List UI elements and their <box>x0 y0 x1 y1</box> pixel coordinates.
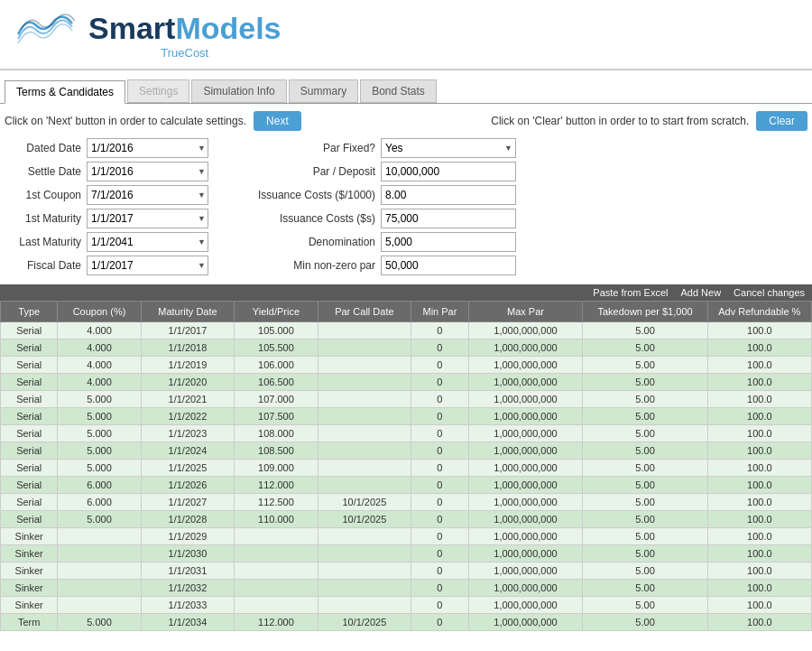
cell-adv-ref[interactable]: 100.0 <box>707 442 811 460</box>
cell-min-par[interactable]: 0 <box>411 580 468 597</box>
cell-maturity[interactable]: 1/1/2026 <box>141 477 235 494</box>
cell-adv-ref[interactable]: 100.0 <box>707 408 811 425</box>
first-maturity-input[interactable] <box>87 209 208 228</box>
cell-adv-ref[interactable]: 100.0 <box>707 528 811 545</box>
tab-summary[interactable]: Summary <box>289 79 358 103</box>
cell-min-par[interactable]: 0 <box>411 545 468 563</box>
cell-adv-ref[interactable]: 100.0 <box>707 477 811 494</box>
cell-maturity[interactable]: 1/1/2029 <box>141 528 235 545</box>
cell-adv-ref[interactable]: 100.0 <box>707 374 811 391</box>
add-new-button[interactable]: Add New <box>680 287 721 298</box>
cell-type[interactable]: Sinker <box>1 563 58 580</box>
cell-min-par[interactable]: 0 <box>411 614 468 631</box>
cell-par-call[interactable]: 10/1/2025 <box>318 494 411 511</box>
cell-par-call[interactable] <box>318 442 411 460</box>
cell-yield[interactable]: 108.000 <box>235 425 318 442</box>
cell-min-par[interactable]: 0 <box>411 528 468 545</box>
cell-coupon[interactable]: 5.000 <box>58 442 141 460</box>
clear-button[interactable]: Clear <box>756 111 807 131</box>
paste-from-excel-button[interactable]: Paste from Excel <box>593 287 668 298</box>
next-button[interactable]: Next <box>254 111 301 131</box>
cell-yield[interactable]: 108.500 <box>235 442 318 460</box>
cell-yield[interactable] <box>235 580 318 597</box>
cell-type[interactable]: Sinker <box>1 545 58 563</box>
cell-coupon[interactable]: 5.000 <box>58 460 141 477</box>
cell-adv-ref[interactable]: 100.0 <box>707 545 811 563</box>
cell-maturity[interactable]: 1/1/2027 <box>141 494 235 511</box>
cell-adv-ref[interactable]: 100.0 <box>707 511 811 528</box>
cell-max-par[interactable]: 1,000,000,000 <box>468 614 583 631</box>
cell-max-par[interactable]: 1,000,000,000 <box>468 425 583 442</box>
cell-type[interactable]: Sinker <box>1 580 58 597</box>
cell-takedown[interactable]: 5.00 <box>583 511 707 528</box>
cell-par-call[interactable] <box>318 545 411 563</box>
cell-maturity[interactable]: 1/1/2025 <box>141 460 235 477</box>
cell-yield[interactable]: 106.000 <box>235 357 318 374</box>
cell-max-par[interactable]: 1,000,000,000 <box>468 545 583 563</box>
cell-maturity[interactable]: 1/1/2034 <box>141 614 235 631</box>
cell-max-par[interactable]: 1,000,000,000 <box>468 460 583 477</box>
cell-yield[interactable] <box>235 597 318 614</box>
cell-type[interactable]: Serial <box>1 339 58 357</box>
cell-min-par[interactable]: 0 <box>411 322 468 339</box>
cell-takedown[interactable]: 5.00 <box>583 477 707 494</box>
cell-yield[interactable] <box>235 545 318 563</box>
cell-par-call[interactable]: 10/1/2025 <box>318 511 411 528</box>
cell-maturity[interactable]: 1/1/2033 <box>141 597 235 614</box>
par-deposit-input[interactable] <box>381 162 516 181</box>
cell-yield[interactable]: 106.500 <box>235 374 318 391</box>
cell-yield[interactable]: 107.000 <box>235 391 318 408</box>
cell-coupon[interactable]: 4.000 <box>58 322 141 339</box>
cell-min-par[interactable]: 0 <box>411 494 468 511</box>
cell-type[interactable]: Serial <box>1 374 58 391</box>
cell-maturity[interactable]: 1/1/2020 <box>141 374 235 391</box>
cell-max-par[interactable]: 1,000,000,000 <box>468 339 583 357</box>
cell-type[interactable]: Sinker <box>1 528 58 545</box>
cell-min-par[interactable]: 0 <box>411 511 468 528</box>
tab-simulation-info[interactable]: Simulation Info <box>191 79 286 103</box>
cell-yield[interactable]: 109.000 <box>235 460 318 477</box>
cell-adv-ref[interactable]: 100.0 <box>707 494 811 511</box>
cell-takedown[interactable]: 5.00 <box>583 374 707 391</box>
dated-date-input[interactable] <box>87 138 208 158</box>
cell-takedown[interactable]: 5.00 <box>583 425 707 442</box>
cell-coupon[interactable] <box>58 545 141 563</box>
cell-adv-ref[interactable]: 100.0 <box>707 563 811 580</box>
first-coupon-input[interactable] <box>87 185 208 205</box>
cell-coupon[interactable] <box>58 528 141 545</box>
cell-takedown[interactable]: 5.00 <box>583 357 707 374</box>
cell-maturity[interactable]: 1/1/2028 <box>141 511 235 528</box>
cell-par-call[interactable] <box>318 597 411 614</box>
cell-min-par[interactable]: 0 <box>411 374 468 391</box>
cell-adv-ref[interactable]: 100.0 <box>707 460 811 477</box>
cell-takedown[interactable]: 5.00 <box>583 460 707 477</box>
cell-type[interactable]: Serial <box>1 477 58 494</box>
cancel-changes-button[interactable]: Cancel changes <box>734 287 805 298</box>
cell-min-par[interactable]: 0 <box>411 477 468 494</box>
cell-max-par[interactable]: 1,000,000,000 <box>468 442 583 460</box>
cell-yield[interactable]: 107.500 <box>235 408 318 425</box>
par-fixed-select[interactable]: Yes No <box>381 138 516 158</box>
cell-maturity[interactable]: 1/1/2024 <box>141 442 235 460</box>
cell-type[interactable]: Serial <box>1 391 58 408</box>
cell-takedown[interactable]: 5.00 <box>583 322 707 339</box>
cell-type[interactable]: Serial <box>1 408 58 425</box>
cell-coupon[interactable] <box>58 580 141 597</box>
cell-coupon[interactable]: 6.000 <box>58 477 141 494</box>
cell-coupon[interactable]: 5.000 <box>58 614 141 631</box>
cell-coupon[interactable]: 5.000 <box>58 425 141 442</box>
cell-min-par[interactable]: 0 <box>411 339 468 357</box>
cell-min-par[interactable]: 0 <box>411 597 468 614</box>
denomination-input[interactable] <box>381 232 516 252</box>
cell-type[interactable]: Serial <box>1 425 58 442</box>
cell-takedown[interactable]: 5.00 <box>583 494 707 511</box>
cell-takedown[interactable]: 5.00 <box>583 545 707 563</box>
cell-min-par[interactable]: 0 <box>411 391 468 408</box>
issuance-costs-s-input[interactable] <box>381 209 516 228</box>
cell-maturity[interactable]: 1/1/2023 <box>141 425 235 442</box>
cell-adv-ref[interactable]: 100.0 <box>707 391 811 408</box>
fiscal-date-input[interactable] <box>87 256 208 275</box>
cell-par-call[interactable] <box>318 580 411 597</box>
cell-yield[interactable] <box>235 528 318 545</box>
cell-min-par[interactable]: 0 <box>411 425 468 442</box>
